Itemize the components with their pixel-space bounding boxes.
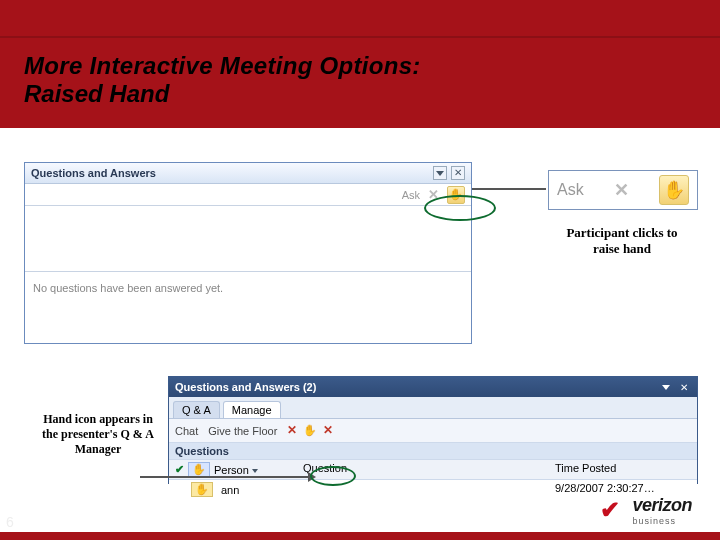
slide: More Interactive Meeting Options: Raised…	[0, 0, 720, 540]
footer-band	[0, 532, 720, 540]
manage-title: Questions and Answers (2)	[175, 381, 316, 393]
brand-unit: business	[632, 516, 692, 526]
arrow-icon	[140, 476, 308, 478]
row-question	[297, 482, 549, 497]
tab-qa[interactable]: Q & A	[173, 401, 220, 418]
give-floor-button[interactable]: Give the Floor	[208, 425, 277, 437]
qa-panel-title-bar: Questions and Answers ✕	[25, 163, 471, 184]
questions-header: Questions	[169, 443, 697, 460]
manage-toolbar: Chat Give the Floor ✕ ✋ ✕	[169, 419, 697, 443]
raise-hand-button-zoom[interactable]: ✋	[659, 175, 689, 205]
remove-icon[interactable]: ✕	[323, 423, 333, 438]
toolbar-icons: ✕ ✋ ✕	[287, 423, 333, 438]
brand-name: verizon	[632, 495, 692, 516]
hand-icon: ✋	[449, 188, 463, 201]
raise-hand-button[interactable]: ✋	[447, 186, 465, 204]
lower-hand-icon[interactable]: ✋	[303, 424, 317, 437]
qa-ask-row: Ask ✕ ✋	[25, 184, 471, 206]
clear-icon-zoom[interactable]: ✕	[614, 179, 629, 201]
checkmark-icon	[600, 500, 628, 522]
arrow-icon	[472, 188, 548, 190]
close-icon[interactable]: ✕	[451, 166, 465, 180]
raised-hand-icon: ✋	[191, 482, 213, 497]
dropdown-icon[interactable]	[433, 166, 447, 180]
chat-label: Chat	[175, 425, 198, 437]
tabs: Q & A Manage	[169, 397, 697, 419]
callout-participant: Participant clicks to raise hand	[552, 225, 692, 258]
hand-icon: ✋	[663, 179, 685, 201]
col-person[interactable]: Person	[214, 464, 258, 476]
close-icon[interactable]: ✕	[677, 380, 691, 394]
brand-logo: verizon business	[600, 495, 692, 526]
callout-presenter: Hand icon appears in the presenter's Q &…	[34, 412, 162, 457]
check-icon[interactable]: ✔	[175, 463, 184, 476]
tab-manage[interactable]: Manage	[223, 401, 281, 418]
clear-icon[interactable]: ✕	[428, 187, 439, 203]
qa-status-text: No questions have been answered yet.	[25, 272, 471, 304]
qa-input-area[interactable]	[25, 206, 471, 272]
slide-title: More Interactive Meeting Options: Raised…	[24, 52, 421, 108]
row-person: ann	[221, 484, 239, 496]
delete-icon[interactable]: ✕	[287, 423, 297, 438]
qa-panel-title: Questions and Answers	[31, 167, 156, 179]
col-question[interactable]: Question	[297, 462, 549, 477]
title-line-2: Raised Hand	[24, 80, 421, 108]
ask-button-zoom[interactable]: Ask	[557, 181, 584, 199]
dropdown-icon[interactable]	[659, 380, 673, 394]
col-time[interactable]: Time Posted	[549, 462, 697, 477]
title-line-1: More Interactive Meeting Options:	[24, 52, 421, 80]
ask-button[interactable]: Ask	[402, 189, 420, 201]
raise-indicator-icon: ✋	[188, 462, 210, 477]
qa-panel: Questions and Answers ✕ Ask ✕ ✋ No quest…	[24, 162, 472, 344]
col-actions: ✔ ✋ Person	[169, 462, 297, 477]
page-number: 6	[6, 514, 14, 530]
zoom-inset: Ask ✕ ✋	[548, 170, 698, 210]
manage-title-bar: Questions and Answers (2) ✕	[169, 377, 697, 397]
manage-panel: Questions and Answers (2) ✕ Q & A Manage…	[168, 376, 698, 484]
